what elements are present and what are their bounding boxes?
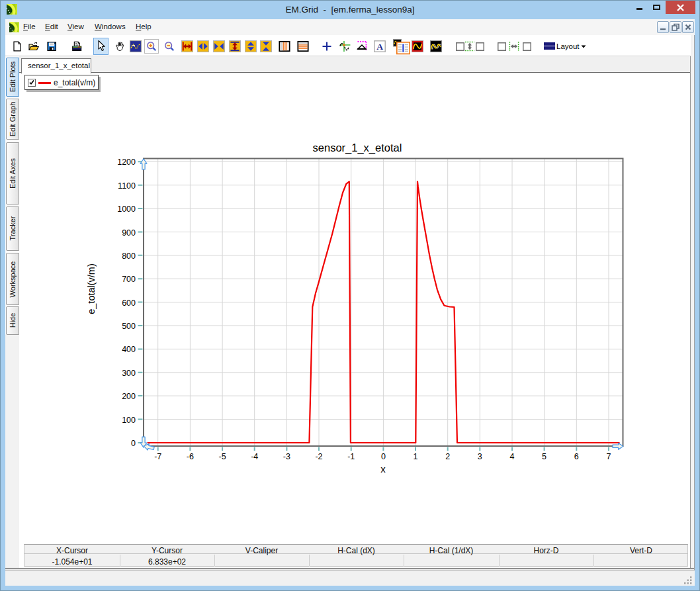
svg-text:-7: -7 [154, 452, 161, 461]
svg-text:200: 200 [122, 392, 136, 401]
svg-text:7: 7 [607, 452, 611, 461]
svg-text:x: x [380, 463, 386, 475]
svg-text:4: 4 [510, 452, 515, 461]
svg-text:-6: -6 [187, 452, 194, 461]
svg-text:0: 0 [381, 452, 386, 461]
svg-text:-2: -2 [315, 452, 322, 461]
svg-text:1200: 1200 [117, 158, 136, 167]
svg-text:-4: -4 [251, 452, 258, 461]
svg-text:1100: 1100 [118, 181, 136, 191]
svg-text:e_total(v/m): e_total(v/m) [86, 263, 97, 314]
svg-text:400: 400 [122, 345, 136, 354]
svg-text:500: 500 [122, 322, 136, 331]
svg-text:1000: 1000 [117, 205, 136, 214]
svg-text:-5: -5 [219, 452, 226, 461]
svg-text:6: 6 [574, 452, 579, 461]
svg-text:-3: -3 [283, 452, 290, 461]
svg-text:-1: -1 [347, 452, 355, 461]
svg-text:3: 3 [478, 452, 482, 461]
svg-text:600: 600 [122, 298, 136, 308]
svg-text:900: 900 [122, 228, 136, 238]
svg-text:sensor_1_x_etotal: sensor_1_x_etotal [313, 142, 402, 154]
svg-text:100: 100 [122, 416, 136, 425]
svg-text:A: A [376, 42, 383, 52]
svg-text:700: 700 [122, 275, 136, 284]
svg-text:2: 2 [445, 452, 450, 461]
svg-text:1: 1 [414, 452, 418, 461]
svg-text:300: 300 [122, 369, 136, 378]
svg-text:0: 0 [131, 439, 136, 448]
svg-text:800: 800 [122, 251, 136, 261]
svg-text:5: 5 [542, 452, 547, 461]
